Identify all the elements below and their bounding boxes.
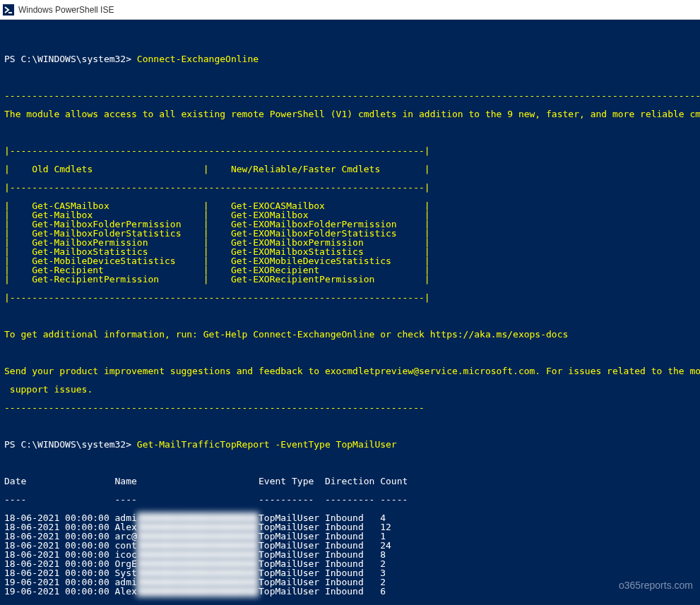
command-1: Connect-ExchangeOnline	[137, 54, 259, 64]
feedback-line-1: Send your product improvement suggestion…	[4, 366, 696, 376]
report1-row: 19-06-2021 00:00:00 Alex████████████████…	[4, 587, 696, 596]
module-summary: The module allows access to all existing…	[4, 109, 696, 119]
feedback-line-2: support issues.	[4, 385, 696, 394]
info-line: To get additional information, run: Get-…	[4, 330, 696, 339]
command-2: Get-MailTrafficTopReport -EventType TopM…	[137, 439, 397, 450]
cmdlet-table-rows: | Get-CASMailbox | Get-EXOCASMailbox || …	[4, 201, 696, 284]
cmdlet-table-header: | Old Cmdlets | New/Reliable/Faster Cmdl…	[4, 164, 696, 174]
cmdlet-table-border-top: |---------------------------------------…	[4, 146, 696, 155]
prompt: PS C:\WINDOWS\system32>	[4, 54, 131, 64]
powershell-icon	[3, 4, 14, 16]
report1-header: Date Name Event Type Direction Count	[4, 477, 696, 486]
window-title: Windows PowerShell ISE	[18, 5, 114, 15]
cmdlet-table-border-mid: |---------------------------------------…	[4, 183, 696, 192]
cmdlet-table-border-bottom: |---------------------------------------…	[4, 293, 696, 302]
prompt: PS C:\WINDOWS\system32>	[4, 439, 131, 450]
console-output[interactable]: PS C:\WINDOWS\system32> Connect-Exchange…	[0, 20, 700, 605]
report1-rows: 18-06-2021 00:00:00 admi████████████████…	[4, 513, 696, 596]
title-bar: Windows PowerShell ISE	[0, 0, 700, 20]
report1-underline: ---- ---- ---------- --------- -----	[4, 495, 696, 504]
separator-top: ----------------------------------------…	[4, 91, 696, 100]
separator-bottom: ----------------------------------------…	[4, 403, 696, 412]
cmdlet-table-row: | Get-RecipientPermission | Get-EXORecip…	[4, 275, 696, 284]
